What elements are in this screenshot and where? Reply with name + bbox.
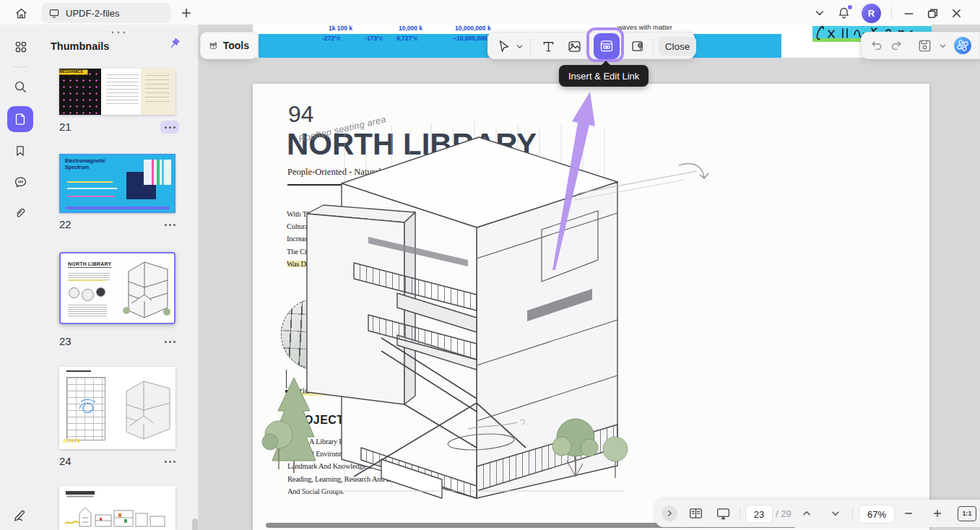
- zoom-in-button[interactable]: [930, 505, 945, 522]
- thumb25-section-drawing: [64, 502, 172, 529]
- actual-size-button[interactable]: 1:1: [958, 505, 976, 522]
- notifications-button[interactable]: [836, 6, 851, 21]
- thumb22-selection-strip: [65, 207, 169, 209]
- thumbnail-page-number: 22: [59, 218, 71, 230]
- thumbnail-page-24[interactable]: [59, 367, 175, 449]
- undo-button[interactable]: [869, 38, 883, 53]
- cursor-icon: [497, 39, 511, 53]
- link-button-highlight-ring: [586, 27, 624, 62]
- thumb22-line: [67, 196, 115, 197]
- close-window-button[interactable]: [950, 6, 963, 20]
- chevron-down-icon: [939, 42, 947, 50]
- plus-icon: [932, 508, 942, 518]
- chevron-down-icon: [813, 6, 826, 19]
- page-icon: [13, 112, 27, 126]
- rail-attachments-button[interactable]: [7, 200, 33, 226]
- presentation-button[interactable]: [714, 505, 732, 522]
- stamp-tool-button[interactable]: [628, 38, 647, 55]
- page-number-input[interactable]: 23: [745, 505, 773, 524]
- text-tool-button[interactable]: [539, 38, 558, 55]
- tooltip-text: Insert & Edit Link: [568, 71, 639, 82]
- thumbnail-more-button[interactable]: [160, 121, 179, 134]
- thumb25-title-bar: [66, 491, 95, 495]
- expand-statusbar-button[interactable]: [662, 505, 677, 522]
- thumbnail-more-button[interactable]: [160, 455, 179, 468]
- thumbnail-more-button[interactable]: [160, 335, 179, 348]
- text-tool-icon: [541, 39, 556, 54]
- select-tool-button[interactable]: [495, 38, 513, 55]
- search-icon: [13, 79, 27, 94]
- rail-grid-view-button[interactable]: [7, 33, 33, 59]
- next-page-button[interactable]: [828, 505, 844, 522]
- pen-icon: [12, 508, 28, 524]
- redo-icon: [890, 38, 904, 53]
- paperclip-icon: [13, 206, 27, 220]
- save-icon: [917, 38, 932, 53]
- new-tab-button[interactable]: [179, 6, 194, 20]
- minimize-icon: [902, 6, 916, 20]
- rooftop-arrow: [679, 164, 708, 178]
- thumb22-line: [67, 188, 117, 189]
- undo-icon: [869, 38, 883, 53]
- thumb24-blue-scribble: [77, 397, 98, 416]
- document-tab[interactable]: UPDF-2-files: [41, 3, 171, 23]
- thumb23-preview-title: NORTH LIBRARY: [68, 261, 111, 268]
- window-menu-button[interactable]: [813, 6, 826, 19]
- home-button[interactable]: [12, 5, 30, 21]
- thumbnail-page-22[interactable]: Electromagnetic Spectrum: [59, 154, 175, 213]
- rail-thumbnails-button[interactable]: [7, 106, 33, 132]
- thumb23-textlines: [68, 305, 107, 316]
- circled-space-ellipse: [447, 432, 514, 451]
- page-layout-button[interactable]: [686, 505, 705, 522]
- peek-temp-label: −10,000,000: [453, 35, 487, 42]
- thumbnail-more-button[interactable]: [160, 218, 179, 231]
- peek-temp-label: 9,727°c: [396, 35, 417, 42]
- grid-icon: [13, 39, 28, 54]
- thumbnail-page-number: 24: [59, 455, 71, 467]
- zoom-out-button[interactable]: [901, 505, 916, 522]
- save-dropdown[interactable]: [939, 42, 947, 50]
- redo-button[interactable]: [890, 38, 904, 53]
- toolbar-divider: [530, 38, 531, 54]
- more-icon: [165, 224, 175, 226]
- thumb23-page: NORTH LIBRARY: [63, 256, 172, 321]
- thumbnail-page-25[interactable]: [59, 486, 175, 530]
- bookmark-icon: [13, 144, 27, 158]
- rail-comments-button[interactable]: [7, 169, 33, 195]
- thumb25-yellow-squiggle: [65, 521, 80, 524]
- close-toolbar-button[interactable]: Close: [659, 37, 696, 56]
- peek-scale-label: 10,000 k: [399, 25, 422, 32]
- tools-button[interactable]: Tools: [200, 32, 258, 59]
- pin-icon[interactable]: [168, 38, 181, 51]
- book-view-icon: [688, 506, 703, 521]
- rail-bookmarks-button[interactable]: [7, 138, 33, 164]
- maximize-button[interactable]: [926, 6, 940, 20]
- rail-search-button[interactable]: [7, 74, 33, 100]
- thumb23-circle: [82, 289, 94, 301]
- presentation-icon: [716, 506, 731, 521]
- chevron-down-icon: [516, 43, 524, 51]
- panel-scrollbar[interactable]: [192, 518, 198, 530]
- panel-drag-handle[interactable]: [110, 30, 127, 35]
- rail-pen-tools-button[interactable]: [7, 503, 33, 529]
- peek-scale-label: 10,000,000 k: [455, 25, 491, 32]
- thumb21-left-column: MECHANICS: [59, 69, 101, 115]
- actual-size-label: 1:1: [958, 506, 976, 521]
- panel-title: Thumbnails: [51, 40, 109, 52]
- thumbnail-page-21[interactable]: MECHANICS: [59, 69, 175, 115]
- minus-icon: [903, 508, 914, 518]
- thumbnail-page-23-selected[interactable]: NORTH LIBRARY: [59, 252, 175, 324]
- zoom-level-input[interactable]: 67%: [859, 505, 895, 524]
- key-points-flourish: [468, 420, 524, 429]
- thumb23-highlight: [68, 279, 105, 281]
- select-tool-dropdown[interactable]: [514, 38, 524, 55]
- save-button[interactable]: [917, 38, 932, 53]
- thumb22-chart: [144, 160, 171, 184]
- peek-temp-label: -272°c: [322, 35, 340, 42]
- previous-page-button[interactable]: [799, 505, 815, 522]
- avatar[interactable]: R: [862, 4, 881, 23]
- image-tool-button[interactable]: [565, 38, 584, 55]
- peek-temp-label: -173°c: [365, 35, 383, 42]
- minimize-button[interactable]: [902, 6, 916, 20]
- ai-assistant-button[interactable]: [953, 36, 972, 55]
